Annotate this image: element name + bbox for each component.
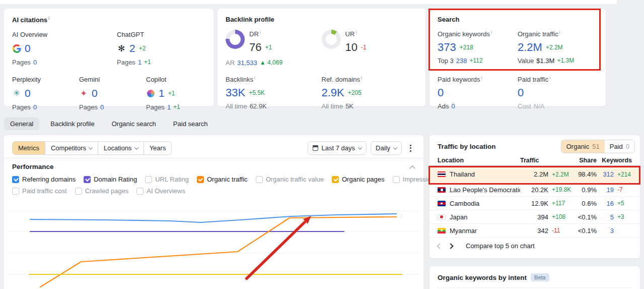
ref-domains-value[interactable]: 2.9K [322,86,344,99]
ai-citations-count[interactable]: 0 [92,87,98,99]
chart-filter-group: Metrics Competitors Locations Years [12,141,172,155]
search-title: Search [438,16,598,23]
pages-count[interactable]: 0 [100,103,104,111]
pages-count[interactable]: 0 [33,59,37,66]
performance-chart[interactable] [4,198,423,289]
metric-toggle-url-rating[interactable]: URL Rating [145,176,189,183]
metric-toggles-row-2: Paid traffic cost Crawled pages AI Overv… [12,187,415,195]
column-traffic: Traffic [520,157,573,164]
checkbox [256,176,263,183]
years-button[interactable]: Years [144,142,172,154]
location-row-japan[interactable]: Japan 394 +108 <0.1% 5 +3 [430,210,640,224]
info-icon[interactable]: i [48,16,50,21]
metric-toggle-paid-traffic-cost[interactable]: Paid traffic cost [12,187,67,195]
compare-top5-link[interactable]: Compare top 5 on chart [466,242,535,250]
granularity-dropdown[interactable]: Daily [371,141,402,155]
organic-keywords-change: +218 [460,44,473,51]
ai-source-name: Gemini [79,76,146,83]
organic-toggle[interactable]: Organic51 [561,140,605,153]
paid-toggle[interactable]: Paid0 [605,140,634,153]
checkbox [84,176,91,183]
value-amount: $1.3M [536,57,554,65]
metric-toggle-referring-domains[interactable]: Referring domains [12,176,76,183]
info-icon[interactable]: i [254,75,255,80]
location-row-laos[interactable]: Lao People's Democratic Reput 20.2K +19.… [430,183,640,197]
info-icon[interactable]: i [481,75,482,80]
japan-flag-icon [438,214,446,220]
locations-dropdown[interactable]: Locations [98,142,144,154]
info-icon[interactable]: i [361,75,362,80]
tab-backlink-profile[interactable]: Backlink profile [44,118,100,130]
info-icon[interactable]: i [260,30,261,35]
location-row-cambodia[interactable]: Cambodia 12.9K +117 0.6% 16 +5 [430,197,640,210]
column-location: Location [438,157,520,164]
keywords-by-intent-card: Organic keywords by intent Beta [430,266,640,289]
date-range-dropdown[interactable]: Last 7 days [308,141,367,155]
metric-toggle-organic-traffic[interactable]: Organic traffic [197,176,248,183]
organic-keywords-value[interactable]: 373 [438,41,456,54]
metric-toggle-organic-traffic-value[interactable]: Organic traffic value [256,176,324,183]
metric-toggle-crawled-pages[interactable]: Crawled pages [75,187,129,195]
ai-citations-count[interactable]: 0 [25,42,31,54]
ref-domains-alltime-label: All time [322,102,343,110]
more-options-button[interactable] [406,142,415,155]
pages-label: Pages [146,103,165,111]
ai-citations-count[interactable]: 1 [159,87,165,99]
collapse-section-icon[interactable] [409,165,415,171]
ref-domains-alltime-value: 5K [345,102,353,110]
ai-citation-item-copilot: Copilot 1 +1 Pages1+1 [146,76,205,111]
checkbox [145,176,152,183]
ai-citations-title: AI citationsi [12,16,205,24]
ai-citation-item-chatgpt: ChatGPT ✻ 2 +2 Pages1+1 [117,31,205,66]
top3-value[interactable]: 238 [456,57,467,65]
pages-count[interactable]: 1 [167,103,171,111]
pages-change: +1 [144,59,151,66]
checkbox [75,188,82,195]
paid-keywords-value[interactable]: 0 [438,86,444,99]
metrics-button[interactable]: Metrics [13,142,45,154]
chatgpt-icon: ✻ [117,44,126,53]
info-icon[interactable]: i [355,30,356,35]
ads-value[interactable]: 0 [451,102,455,110]
ar-change: ▲ 4,069 [260,59,282,67]
info-icon[interactable]: i [549,75,550,80]
tab-organic-search[interactable]: Organic search [106,118,162,130]
info-icon[interactable]: i [491,30,492,35]
organic-traffic-value[interactable]: 2.2M [518,41,542,54]
previous-page-button[interactable] [437,243,442,249]
ai-citations-change: +1 [168,90,175,97]
dr-label: DRi [249,30,272,38]
top3-change: +112 [470,57,483,65]
ai-citations-count[interactable]: 2 [129,42,135,54]
ref-domains-change: +205 [348,89,362,96]
chevron-down-icon [358,145,362,149]
metric-toggle-domain-rating[interactable]: Domain Rating [84,176,137,183]
organic-traffic-label: Organic traffici [518,30,598,38]
paid-traffic-value[interactable]: 0 [518,86,524,99]
location-row-myanmar[interactable]: Myanmar 342 -11 <0.1% 3 [430,224,640,238]
competitors-dropdown[interactable]: Competitors [45,142,98,154]
performance-title: Performance [12,163,54,170]
traffic-by-location-title: Traffic by location [438,143,496,150]
column-share: Share [573,157,597,164]
tab-paid-search[interactable]: Paid search [167,118,214,130]
ai-source-name: AI Overview [12,31,117,38]
ar-value[interactable]: 31,533 [237,59,257,67]
pages-count[interactable]: 1 [138,59,141,66]
ai-citations-count[interactable]: 0 [25,87,31,99]
column-keywords: Keywords [597,157,632,164]
backlinks-value[interactable]: 33K [226,86,245,99]
metric-toggle-ai-overviews[interactable]: AI Overviews [136,187,185,195]
top-header-edge [0,0,617,4]
metric-toggle-organic-pages[interactable]: Organic pages [332,176,385,183]
pages-count[interactable]: 0 [33,103,37,111]
checkbox [393,176,400,183]
tab-general[interactable]: General [4,118,39,130]
location-row-thailand[interactable]: Thailand 2.2M +2.2M 98.4% 312 +214 [430,166,640,183]
ai-citations-change: +2 [139,45,146,52]
next-page-button[interactable] [448,243,453,249]
info-icon[interactable]: i [559,30,560,35]
checkbox [12,176,19,183]
ar-label: AR [226,59,235,67]
dr-donut-chart [226,30,245,49]
